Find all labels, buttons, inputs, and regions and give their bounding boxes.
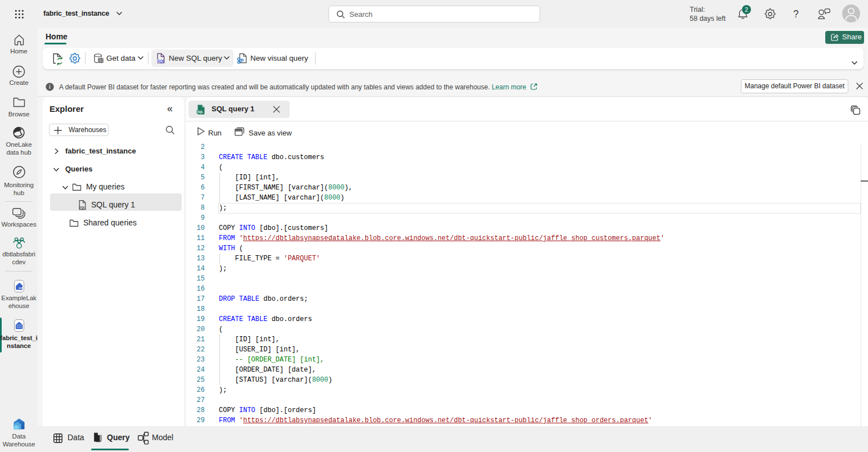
svg-text:SQL: SQL	[197, 110, 204, 114]
svg-text:SQL: SQL	[157, 59, 165, 64]
svg-text:SQL: SQL	[79, 206, 86, 209]
